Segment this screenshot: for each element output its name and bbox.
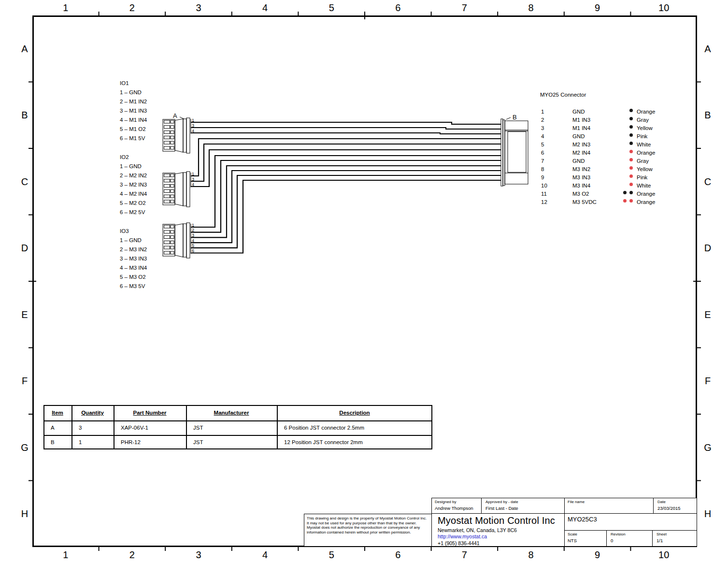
myo25-pin-row: 8M3 IN2Yellow bbox=[540, 166, 671, 174]
myo25-pin-signal: M1 IN4 bbox=[572, 125, 590, 131]
myo25-pin-signal: M2 IN3 bbox=[572, 142, 590, 147]
designed-by-value: Andrew Thompson bbox=[435, 505, 481, 511]
myo25-pin-number: 7 bbox=[541, 158, 544, 164]
myo25-pin-number: 11 bbox=[541, 191, 547, 197]
parts-table-cell: A bbox=[43, 420, 71, 435]
parts-table-cell: 12 Position JST connector 2mm bbox=[277, 435, 432, 449]
grid-column-label-bottom: 2 bbox=[129, 549, 135, 561]
grid-column-label-bottom: 6 bbox=[395, 549, 400, 561]
myo25-pin-signal: M1 IN3 bbox=[572, 117, 590, 123]
myo25-wire-color: White bbox=[637, 142, 651, 147]
grid-column-label-bottom: 3 bbox=[196, 549, 201, 561]
parts-table-cell: XAP-06V-1 bbox=[114, 420, 186, 435]
myo25-pin-signal: M3 IN4 bbox=[572, 183, 590, 188]
file-name-value: MYO25C3 bbox=[568, 516, 597, 523]
grid-column-label-bottom: 5 bbox=[329, 549, 334, 561]
myo25-pin-signal: M2 IN4 bbox=[572, 150, 590, 156]
grid-column-label-top: 4 bbox=[262, 2, 268, 14]
grid-row-label-right: F bbox=[705, 375, 711, 387]
grid-column-label-top: 1 bbox=[63, 2, 68, 14]
wire-color-dot bbox=[629, 174, 633, 178]
sheet-value: 1/1 bbox=[657, 538, 697, 543]
grid-column-label-top: 7 bbox=[462, 2, 467, 14]
file-name-value-box: MYO25C3 bbox=[564, 513, 697, 531]
grid-column-label-bottom: 4 bbox=[262, 549, 268, 561]
myo25-pin-number: 9 bbox=[541, 174, 544, 180]
myo25-wire-color: White bbox=[637, 183, 651, 188]
grid-row-label-left: E bbox=[21, 309, 28, 320]
revision-box: Revision 0 bbox=[606, 530, 653, 547]
myo25-pin-number: 5 bbox=[541, 142, 544, 147]
grid-column-label-top: 5 bbox=[329, 2, 334, 14]
myo25-pin-number: 6 bbox=[541, 150, 544, 156]
myo25-pin-row: 11M3 O2Orange bbox=[540, 190, 671, 199]
scale-value: NTS bbox=[568, 538, 606, 543]
myo25-wire-color: Gray bbox=[637, 158, 649, 164]
myo25-pin-row: 4GNDPink bbox=[540, 133, 671, 141]
parts-table-cell: PHR-12 bbox=[114, 435, 186, 449]
myo25-pin-number: 3 bbox=[541, 125, 544, 131]
myo25-wire-color: Yellow bbox=[637, 125, 653, 131]
myo25-pin-number: 10 bbox=[541, 183, 547, 188]
myo25-pin-row: 12M3 5VDCOrange bbox=[540, 199, 671, 207]
grid-row-label-right: E bbox=[704, 309, 711, 320]
disclaimer-box: This drawing and design is the property … bbox=[304, 514, 432, 547]
date-value: 23/03/2015 bbox=[657, 505, 697, 511]
myo25-wire-color: Orange bbox=[637, 109, 655, 115]
parts-table-cell: 1 bbox=[71, 435, 114, 449]
grid-row-label-left: A bbox=[21, 43, 28, 54]
grid-row-label-left: F bbox=[22, 375, 28, 387]
wire-color-dot bbox=[629, 191, 633, 194]
wire-color-dot bbox=[629, 117, 633, 120]
company-name: Myostat Motion Control Inc bbox=[438, 515, 564, 526]
io-pinout-io2: IO2 1 – GND 2 – M2 IN2 3 – M2 IN3 4 – M2… bbox=[120, 153, 147, 217]
grid-row-label-left: H bbox=[21, 508, 28, 520]
myo25-pin-row: 1GNDOrange bbox=[540, 108, 671, 116]
parts-table-header: Part Number bbox=[114, 405, 186, 420]
myo25-pin-row: 6M2 IN4Orange bbox=[540, 149, 671, 158]
parts-table-cell: JST bbox=[186, 435, 277, 449]
grid-column-label-bottom: 1 bbox=[63, 549, 68, 561]
parts-table-cell: JST bbox=[186, 420, 277, 435]
parts-table-header: Manufacturer bbox=[186, 405, 277, 420]
myo25-pin-number: 4 bbox=[541, 133, 544, 139]
revision-label: Revision bbox=[611, 532, 652, 536]
myo25-pin-signal: M3 O2 bbox=[572, 191, 589, 197]
approved-by-value: First Last - Date bbox=[485, 505, 564, 511]
myo25-pin-number: 8 bbox=[541, 166, 544, 172]
grid-row-label-right: D bbox=[704, 243, 711, 254]
grid-column-label-bottom: 7 bbox=[462, 549, 467, 561]
parts-table-header: Quantity bbox=[71, 405, 114, 420]
wire-color-dot bbox=[623, 191, 627, 194]
myo25-pin-signal: M3 IN3 bbox=[572, 174, 590, 180]
parts-table-header: Description bbox=[277, 405, 432, 420]
company-box: Myostat Motion Control Inc Newmarket, ON… bbox=[431, 513, 565, 547]
grid-column-label-top: 8 bbox=[528, 2, 533, 14]
grid-row-label-left: G bbox=[21, 442, 29, 453]
parts-table-header: Item bbox=[43, 405, 71, 420]
wire-color-dot bbox=[629, 199, 633, 202]
grid-column-label-top: 2 bbox=[129, 2, 135, 14]
wire-color-dot bbox=[629, 109, 633, 112]
myo25-wire-color: Orange bbox=[637, 150, 655, 156]
scale-label: Scale bbox=[568, 532, 606, 536]
designed-by-label: Designed by bbox=[435, 500, 481, 504]
myo25-pin-row: 10M3 IN4White bbox=[540, 182, 671, 190]
wire-color-dot bbox=[629, 133, 633, 137]
io-pinout-io1: IO1 1 – GND 2 – M1 IN2 3 – M1 IN3 4 – M1… bbox=[120, 79, 147, 143]
date-box: Date 23/03/2015 bbox=[653, 498, 697, 514]
grid-row-label-right: H bbox=[704, 508, 711, 520]
myo25-pin-row: 3M1 IN4Yellow bbox=[540, 125, 671, 133]
grid-row-label-left: B bbox=[21, 110, 28, 121]
myo25-pin-row: 2M1 IN3Gray bbox=[540, 116, 671, 125]
grid-column-label-top: 10 bbox=[658, 2, 669, 14]
grid-column-label-bottom: 10 bbox=[658, 549, 669, 561]
myo25-pin-signal: GND bbox=[572, 109, 585, 115]
myo25-pin-row: 9M3 IN3Pink bbox=[540, 174, 671, 182]
website-link[interactable]: http://www.myostat.ca bbox=[438, 534, 564, 539]
myo25-wire-color: Pink bbox=[637, 133, 647, 139]
myo25-wire-color: Gray bbox=[637, 117, 649, 123]
grid-row-label-right: C bbox=[704, 176, 711, 187]
grid-column-label-top: 9 bbox=[595, 2, 600, 14]
myo25-pin-number: 2 bbox=[541, 117, 544, 123]
